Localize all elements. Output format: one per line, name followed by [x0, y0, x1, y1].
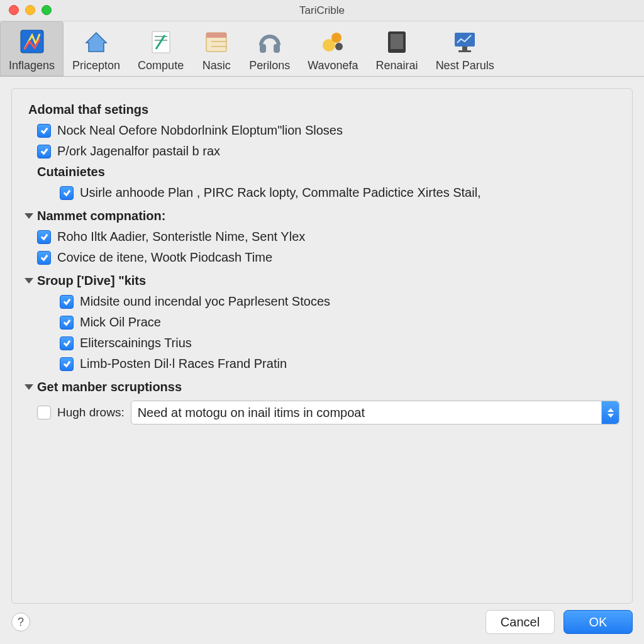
- section-sroup-title: Sroup ['Dive] "kits: [37, 274, 146, 288]
- tab-label: Compute: [138, 59, 184, 72]
- check-label: Limb-Posten Dil·l Races Frand Pratin: [80, 357, 287, 371]
- hugh-drows-label: Hugh drows:: [57, 406, 125, 419]
- check-label: Roho Iltk Aadier, Sonteristle Nime, Sent…: [57, 230, 305, 244]
- hugh-drows-dropdown[interactable]: Need at motogu on inail itims in compoat: [131, 401, 619, 425]
- chevron-down-icon: [25, 278, 33, 284]
- section-getmanber-title: Get manber scruptionss: [37, 380, 182, 394]
- checkbox-icon[interactable]: [60, 336, 74, 350]
- check-adomal-0[interactable]: Nock Neal Oefore Nobdorlnink Eloptum"lio…: [37, 123, 619, 138]
- check-cutainietes-0[interactable]: Usirle anhoode Plan , PIRC Rack lopty, C…: [60, 186, 619, 200]
- disclosure-getmanber[interactable]: Get manber scruptionss: [25, 380, 619, 394]
- svg-rect-15: [455, 33, 475, 47]
- note-icon: [146, 26, 176, 57]
- check-label: Midsite ound incendal yoc Paprlesent Sto…: [80, 294, 330, 309]
- check-label: Eliterscainings Trius: [80, 336, 192, 350]
- dropdown-value: Need at motogu on inail itims in compoat: [138, 406, 365, 420]
- hugh-drows-row: Hugh drows: Need at motogu on inail itim…: [37, 401, 619, 425]
- section-nammet-title: Nammet compnation:: [37, 209, 165, 223]
- titlebar: TariCrible: [0, 0, 644, 21]
- checkbox-icon[interactable]: [37, 124, 51, 138]
- tab-nest-paruls[interactable]: Nest Paruls: [427, 21, 503, 76]
- checkbox-icon[interactable]: [60, 295, 74, 309]
- tab-label: Inflagens: [9, 59, 55, 72]
- svg-point-12: [335, 43, 343, 50]
- svg-rect-9: [274, 44, 280, 53]
- settings-panel: Adomal thaf setings Nock Neal Oefore Nob…: [11, 88, 633, 604]
- check-sroup-2[interactable]: Eliterscainings Trius: [60, 336, 619, 350]
- checkbox-icon[interactable]: [37, 251, 51, 265]
- minimize-window-button[interactable]: [25, 5, 35, 15]
- check-nammet-0[interactable]: Roho Iltk Aadier, Sonteristle Nime, Sent…: [37, 230, 619, 244]
- monitor-icon: [450, 26, 480, 57]
- tablet-icon: [382, 26, 412, 57]
- svg-rect-17: [458, 50, 471, 52]
- dropdown-stepper-icon: [601, 401, 619, 424]
- house-icon: [81, 26, 111, 57]
- zoom-window-button[interactable]: [42, 5, 52, 15]
- tab-label: Pricepton: [72, 59, 120, 72]
- calendar-icon: [201, 26, 231, 57]
- tab-perilons[interactable]: Perilons: [240, 21, 299, 76]
- svg-point-11: [331, 33, 341, 43]
- check-label: Nock Neal Oefore Nobdorlnink Eloptum"lio…: [57, 123, 343, 138]
- check-label: Usirle anhoode Plan , PIRC Rack lopty, C…: [80, 186, 481, 200]
- tab-renairai[interactable]: Renairai: [367, 21, 427, 76]
- tab-label: Renairai: [376, 59, 418, 72]
- button-label: Cancel: [501, 615, 540, 630]
- preferences-window: TariCrible Inflagens Pricepton Compute: [0, 0, 644, 644]
- svg-rect-16: [462, 47, 467, 50]
- section-cutainietes-title: Cutainietes: [37, 165, 619, 179]
- tab-pricepton[interactable]: Pricepton: [64, 21, 129, 76]
- dialog-footer: ? Cancel OK: [0, 604, 644, 644]
- check-sroup-0[interactable]: Midsite ound incendal yoc Paprlesent Sto…: [60, 294, 619, 309]
- tab-inflagens[interactable]: Inflagens: [0, 21, 64, 76]
- svg-rect-8: [260, 44, 266, 53]
- check-label: Covice de itene, Wootk Piodcash Time: [57, 250, 272, 265]
- svg-rect-5: [206, 33, 226, 38]
- headset-icon: [255, 26, 285, 57]
- chevron-down-icon: [25, 213, 33, 219]
- paint-icon: [17, 26, 47, 57]
- disclosure-sroup[interactable]: Sroup ['Dive] "kits: [25, 274, 619, 288]
- tab-label: Nest Paruls: [436, 59, 494, 72]
- checkbox-icon[interactable]: [37, 230, 51, 244]
- chevron-down-icon: [25, 384, 33, 390]
- checkbox-icon[interactable]: [60, 186, 74, 200]
- section-adomal-title: Adomal thaf setings: [28, 103, 619, 117]
- help-icon: ?: [18, 616, 24, 629]
- cancel-button[interactable]: Cancel: [486, 610, 555, 634]
- tab-wavonefa[interactable]: Wavonefa: [299, 21, 367, 76]
- colorballs-icon: [318, 26, 348, 57]
- disclosure-nammet[interactable]: Nammet compnation:: [25, 209, 619, 223]
- check-nammet-1[interactable]: Covice de itene, Wootk Piodcash Time: [37, 250, 619, 265]
- checkbox-icon[interactable]: [60, 316, 74, 330]
- checkbox-icon[interactable]: [37, 145, 51, 158]
- check-sroup-3[interactable]: Limb-Posten Dil·l Races Frand Pratin: [60, 357, 619, 371]
- tab-nasic[interactable]: Nasic: [192, 21, 240, 76]
- content-area: Adomal thaf setings Nock Neal Oefore Nob…: [0, 77, 644, 604]
- window-title: TariCrible: [0, 4, 644, 17]
- svg-rect-14: [391, 34, 403, 49]
- checkbox-icon[interactable]: [60, 357, 74, 371]
- help-button[interactable]: ?: [11, 613, 30, 631]
- preferences-toolbar: Inflagens Pricepton Compute Nasic Perilo…: [0, 21, 644, 77]
- window-controls: [9, 5, 52, 15]
- button-label: OK: [589, 615, 608, 630]
- checkbox-icon[interactable]: [37, 406, 51, 419]
- tab-label: Perilons: [249, 59, 290, 72]
- check-label: Mick Oil Prace: [80, 315, 161, 330]
- close-window-button[interactable]: [9, 5, 19, 15]
- check-adomal-1[interactable]: P/ork Jagenalfor pastail b rax: [37, 144, 619, 158]
- check-label: P/ork Jagenalfor pastail b rax: [57, 144, 220, 158]
- tab-label: Nasic: [203, 59, 231, 72]
- tab-label: Wavonefa: [308, 59, 358, 72]
- ok-button[interactable]: OK: [564, 610, 633, 634]
- check-sroup-1[interactable]: Mick Oil Prace: [60, 315, 619, 330]
- tab-compute[interactable]: Compute: [129, 21, 192, 76]
